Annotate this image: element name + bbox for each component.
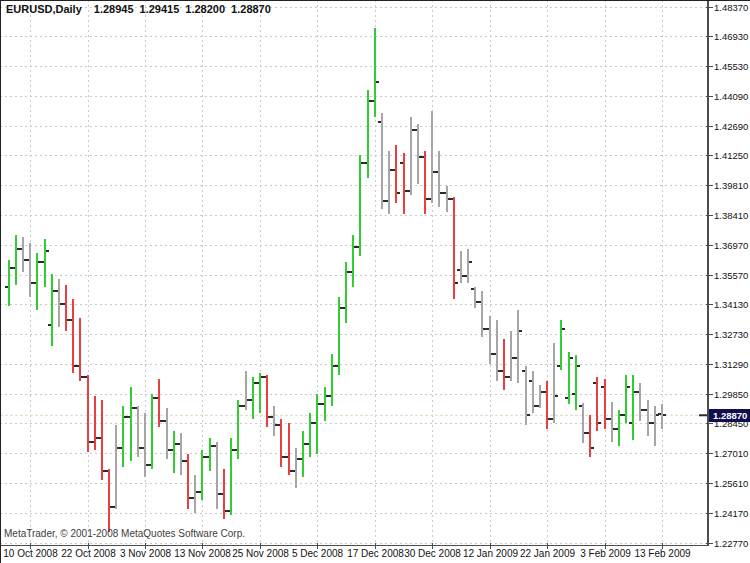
price-axis-label: 1.35570 bbox=[714, 270, 748, 281]
metatrader-chart-window: { "title": { "symbol": "EURUSD,Daily", "… bbox=[0, 0, 750, 563]
date-axis-label: 3 Nov 2008 bbox=[120, 548, 172, 559]
date-axis-label: 10 Oct 2008 bbox=[3, 548, 58, 559]
symbol-timeframe-label: EURUSD,Daily bbox=[6, 3, 82, 15]
price-axis-label: 1.39810 bbox=[714, 180, 748, 191]
date-axis-label: 13 Nov 2008 bbox=[174, 548, 231, 559]
price-axis-label: 1.22770 bbox=[714, 538, 748, 549]
ohlc-open-value: 1.28945 bbox=[94, 3, 134, 15]
metatrader-watermark: MetaTrader, © 2001-2008 MetaQuotes Softw… bbox=[4, 528, 245, 539]
date-axis-label: 30 Dec 2008 bbox=[404, 548, 461, 559]
price-axis-label: 1.41250 bbox=[714, 150, 748, 161]
price-axis-label: 1.38410 bbox=[714, 210, 748, 221]
ohlc-low-value: 1.28200 bbox=[185, 3, 225, 15]
date-axis-label: 3 Feb 2009 bbox=[580, 548, 631, 559]
price-axis-label: 1.44090 bbox=[714, 91, 748, 102]
date-axis-label: 5 Dec 2008 bbox=[292, 548, 344, 559]
price-axis-label: 1.34130 bbox=[714, 299, 748, 310]
price-axis-label: 1.25610 bbox=[714, 478, 748, 489]
price-axis-label: 1.45530 bbox=[714, 61, 748, 72]
date-axis-label: 22 Jan 2009 bbox=[520, 548, 575, 559]
date-axis-label: 22 Oct 2008 bbox=[61, 548, 116, 559]
price-axis-label: 1.32730 bbox=[714, 329, 748, 340]
date-axis-labels: 10 Oct 200822 Oct 20083 Nov 200813 Nov 2… bbox=[3, 548, 691, 559]
ohlc-close-value: 1.28870 bbox=[231, 3, 271, 15]
price-axis-label: 1.29850 bbox=[714, 389, 748, 400]
date-axis-label: 13 Feb 2009 bbox=[634, 548, 691, 559]
current-price-label: 1.28870 bbox=[713, 410, 747, 421]
price-chart-canvas[interactable]: 1.483701.469301.455301.440901.426901.412… bbox=[0, 0, 750, 563]
date-axis-label: 12 Jan 2009 bbox=[463, 548, 518, 559]
price-axis-label: 1.42690 bbox=[714, 121, 748, 132]
price-axis-label: 1.24170 bbox=[714, 508, 748, 519]
ohlc-high-value: 1.29415 bbox=[140, 3, 180, 15]
current-price-box: 1.28870 bbox=[709, 409, 750, 422]
chart-title: EURUSD,Daily1.289451.294151.282001.28870 bbox=[6, 3, 277, 15]
date-axis-label: 25 Nov 2008 bbox=[232, 548, 289, 559]
price-axis-label: 1.27010 bbox=[714, 448, 748, 459]
price-axis-label: 1.31290 bbox=[714, 359, 748, 370]
date-axis-label: 17 Dec 2008 bbox=[347, 548, 404, 559]
price-axis-label: 1.46930 bbox=[714, 31, 748, 42]
price-axis-label: 1.36970 bbox=[714, 240, 748, 251]
price-axis-label: 1.48370 bbox=[714, 2, 748, 13]
